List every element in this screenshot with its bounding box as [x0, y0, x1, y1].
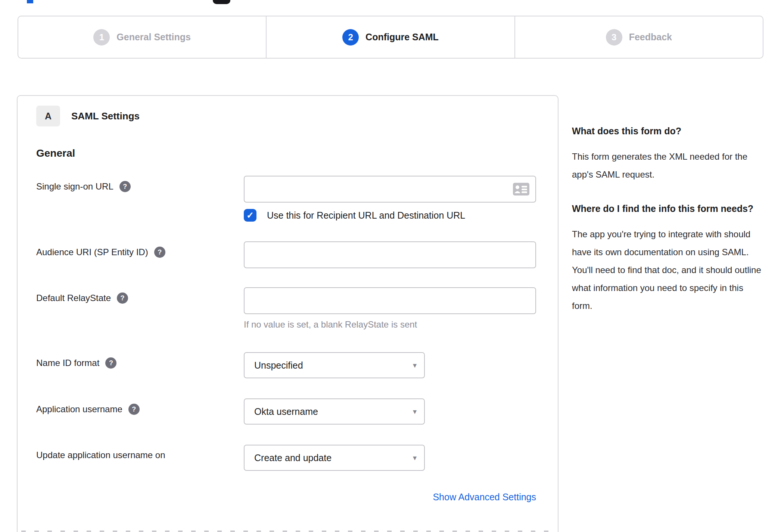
audience-uri-label: Audience URI (SP Entity ID)	[36, 247, 148, 257]
help-body-what: This form generates the XML needed for t…	[572, 148, 763, 184]
help-icon[interactable]: ?	[128, 404, 140, 415]
relaystate-label: Default RelayState	[36, 293, 111, 303]
sso-url-row: Single sign-on URL ? ✓ Use this for Reci…	[36, 176, 539, 222]
panel-bottom-dashed-divider	[21, 531, 554, 532]
help-icon[interactable]: ?	[105, 357, 116, 369]
update-username-row: Update application username on Create an…	[36, 445, 539, 471]
help-icon[interactable]: ?	[117, 292, 128, 304]
sso-url-input[interactable]	[245, 176, 535, 202]
step-configure-saml[interactable]: 2 Configure SAML	[266, 16, 514, 58]
general-group-title: General	[36, 147, 539, 159]
cutoff-app-logo-fragment	[213, 0, 230, 4]
recipient-url-checkbox-label: Use this for Recipient URL and Destinati…	[267, 210, 465, 221]
help-heading-what: What does this form do?	[572, 122, 763, 140]
application-username-row: Application username ? Okta username ▾	[36, 398, 539, 425]
recipient-url-checkbox-row: ✓ Use this for Recipient URL and Destina…	[244, 209, 536, 222]
section-title: SAML Settings	[71, 110, 140, 122]
step-number-badge: 1	[93, 29, 110, 46]
chevron-down-icon: ▾	[413, 453, 417, 462]
name-id-format-row: Name ID format ? Unspecified ▾	[36, 352, 539, 378]
help-heading-where: Where do I find the info this form needs…	[572, 200, 763, 217]
chevron-down-icon: ▾	[413, 407, 417, 416]
audience-uri-input-wrap	[244, 241, 536, 268]
relaystate-row: Default RelayState ? If no value is set,…	[36, 287, 539, 330]
audience-uri-row: Audience URI (SP Entity ID) ?	[36, 241, 539, 268]
section-a-badge: A	[36, 106, 60, 126]
relaystate-input[interactable]	[245, 288, 535, 313]
name-id-format-select[interactable]: Unspecified ▾	[244, 352, 425, 378]
sso-url-label: Single sign-on URL	[36, 181, 113, 192]
audience-uri-input[interactable]	[245, 242, 535, 267]
sso-url-input-wrap	[244, 176, 536, 203]
step-number-badge: 3	[606, 29, 622, 46]
show-advanced-settings-link[interactable]: Show Advanced Settings	[433, 492, 536, 502]
step-number-badge: 2	[342, 29, 359, 46]
cutoff-blue-logo-fragment	[27, 0, 33, 3]
relaystate-hint: If no value is set, a blank RelayState i…	[244, 319, 536, 330]
wizard-stepper: 1 General Settings 2 Configure SAML 3 Fe…	[18, 16, 763, 59]
section-header: A SAML Settings	[36, 106, 539, 126]
relaystate-input-wrap	[244, 287, 536, 314]
step-feedback[interactable]: 3 Feedback	[514, 16, 763, 58]
help-icon[interactable]: ?	[119, 181, 131, 192]
chevron-down-icon: ▾	[413, 361, 417, 370]
recipient-url-checkbox[interactable]: ✓	[244, 209, 256, 222]
step-label: Configure SAML	[365, 32, 439, 43]
application-username-select[interactable]: Okta username ▾	[244, 398, 425, 425]
update-username-label: Update application username on	[36, 450, 165, 460]
name-id-format-label: Name ID format	[36, 358, 99, 368]
application-username-label: Application username	[36, 404, 122, 414]
application-username-value: Okta username	[254, 406, 318, 417]
saml-settings-panel: A SAML Settings General Single sign-on U…	[17, 95, 558, 532]
help-sidebar: What does this form do? This form genera…	[572, 122, 763, 331]
update-username-select[interactable]: Create and update ▾	[244, 445, 425, 471]
step-label: General Settings	[116, 32, 191, 43]
name-id-format-value: Unspecified	[254, 360, 303, 371]
step-general-settings[interactable]: 1 General Settings	[18, 16, 266, 58]
step-label: Feedback	[629, 32, 672, 43]
help-body-where: The app you're trying to integrate with …	[572, 225, 763, 315]
update-username-value: Create and update	[254, 453, 332, 463]
help-icon[interactable]: ?	[154, 247, 165, 258]
contact-card-icon[interactable]	[513, 183, 529, 195]
